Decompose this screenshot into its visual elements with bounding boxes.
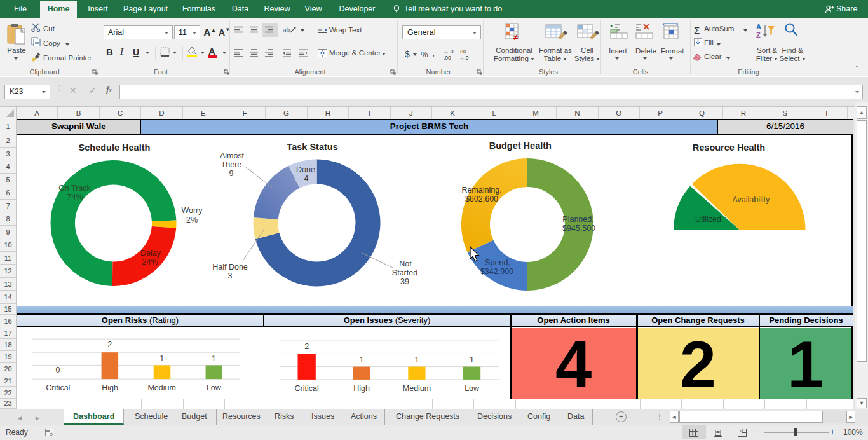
svg-text:$945,500: $945,500 [562,224,595,233]
svg-text:Critical: Critical [295,384,319,393]
svg-text:Availability: Availability [732,195,770,204]
svg-text:Resource Health: Resource Health [693,142,765,153]
svg-text:1: 1 [159,354,164,363]
svg-text:Delay: Delay [140,249,161,258]
svg-text:High: High [102,383,118,392]
svg-text:Low: Low [465,384,480,393]
svg-text:Schedule Health: Schedule Health [79,142,151,153]
svg-text:Medium: Medium [147,383,175,392]
svg-text:ab: ab [283,27,290,34]
svg-text:A: A [756,23,761,31]
svg-text:1: 1 [470,355,474,364]
svg-text:Z: Z [756,31,761,39]
svg-text:Almost: Almost [220,151,245,160]
svg-text:There: There [221,160,242,169]
svg-text:Done: Done [296,165,315,174]
svg-text:Budget Health: Budget Health [489,141,552,151]
svg-text:Not: Not [399,259,412,268]
svg-text:Started: Started [392,268,417,277]
svg-text:Remaining,: Remaining, [461,186,501,195]
svg-text:≠: ≠ [513,32,518,42]
svg-text:Medium: Medium [403,384,431,393]
svg-text:1: 1 [360,355,364,364]
svg-text:Low: Low [207,383,222,392]
svg-text:74%: 74% [67,193,83,202]
svg-text:Half Done: Half Done [212,263,248,272]
svg-text:$602,600: $602,600 [465,195,498,203]
svg-text:Planned,: Planned, [562,215,593,224]
svg-text:24%: 24% [142,258,158,266]
svg-text:2: 2 [107,340,112,349]
svg-text:Critical: Critical [46,383,70,392]
svg-text:2%: 2% [186,216,198,224]
svg-text:4: 4 [304,174,309,183]
svg-text:3: 3 [228,272,233,280]
svg-text:$342,900: $342,900 [480,267,513,276]
svg-text:Utilized: Utilized [695,215,721,224]
svg-text:Spend,: Spend, [485,258,510,267]
svg-text:2: 2 [304,342,309,351]
svg-text:On Track: On Track [58,184,91,193]
svg-text:High: High [353,384,370,393]
svg-text:1: 1 [212,354,216,363]
svg-text:0: 0 [56,366,60,375]
svg-text:Worry: Worry [181,206,203,215]
svg-text:9: 9 [229,169,234,178]
svg-text:39: 39 [400,277,409,286]
svg-text:Task Status: Task Status [287,142,337,152]
svg-text:1: 1 [414,355,419,364]
